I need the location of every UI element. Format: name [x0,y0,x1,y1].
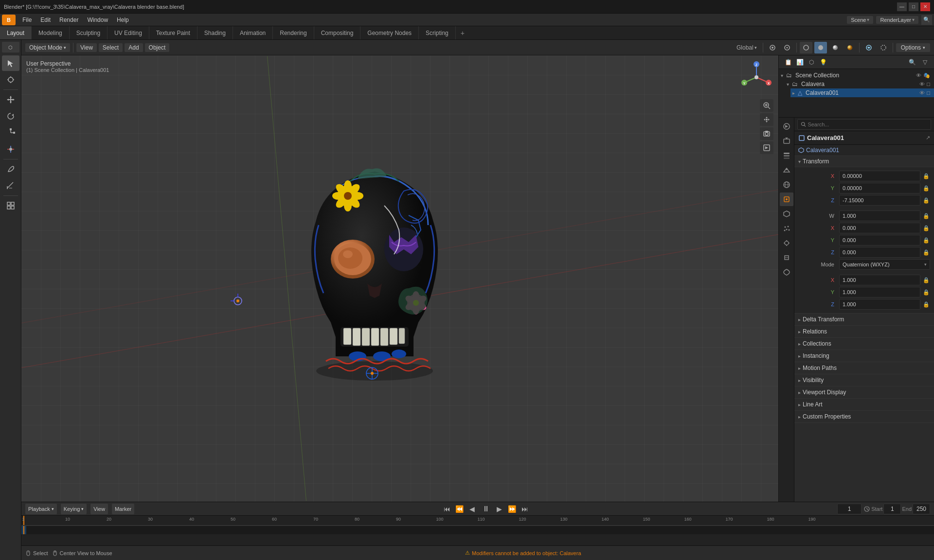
menu-edit[interactable]: Edit [36,16,54,24]
props-view-layer-icon[interactable] [780,149,793,162]
tool-scale[interactable] [2,125,19,140]
scale-x-value[interactable]: 1.000 [839,275,920,285]
jump-to-end-button[interactable]: ⏭ [520,504,530,514]
visibility-header[interactable]: ▸ Visibility [794,374,934,386]
scale-z-value[interactable]: 1.000 [839,299,920,310]
object-mode-button[interactable]: Object Mode ▾ [25,43,70,52]
calavera001-row[interactable]: ▸ △ Calavera001 👁 □ [790,88,934,97]
menu-file[interactable]: File [18,16,36,24]
instancing-header[interactable]: ▸ Instancing [794,350,934,362]
tool-select[interactable] [2,55,19,71]
add-workspace-button[interactable]: + [456,26,469,39]
solid-shading-icon[interactable] [814,42,827,53]
fast-forward-button[interactable]: ⏩ [507,504,518,514]
rotation-z-value[interactable]: 0.000 [839,247,920,258]
props-render-icon[interactable] [780,120,793,133]
calavera-collection-row[interactable]: ▾ 🗂 Calavera 👁 □ [785,80,934,88]
minimize-button[interactable]: — [897,2,907,11]
tab-texture-paint[interactable]: Texture Paint [149,26,198,39]
rotation-z-lock[interactable]: 🔒 [922,249,930,256]
viewport-pan-icon[interactable] [760,113,773,126]
tool-measure[interactable] [2,178,19,193]
viewport-canvas[interactable]: User Perspective (1) Scene Collection | … [21,55,778,502]
props-output-icon[interactable] [780,134,793,148]
tab-uv-editing[interactable]: UV Editing [108,26,149,39]
scale-y-value[interactable]: 1.000 [839,287,920,298]
tool-rotate[interactable] [2,108,19,124]
tab-compositing[interactable]: Compositing [314,26,361,39]
props-world-icon[interactable] [780,178,793,192]
menu-help[interactable]: Help [113,16,133,24]
outliner-filter-icon[interactable]: ▽ [919,57,930,68]
tab-animation[interactable]: Animation [233,26,273,39]
rendered-shading-icon[interactable] [844,42,856,53]
props-object-icon[interactable] [780,192,793,206]
maximize-button[interactable]: □ [909,2,918,11]
props-modifier-icon[interactable] [780,207,793,221]
rotation-y-lock[interactable]: 🔒 [922,237,930,244]
timeline-ruler[interactable]: 1 10 20 30 40 50 60 70 80 90 100 110 120… [21,516,934,525]
object-menu-button[interactable]: Object [145,43,170,52]
snap-icon[interactable] [766,42,779,53]
custom-properties-header[interactable]: ▸ Custom Properties [794,411,934,422]
marker-button[interactable]: Marker [112,504,134,514]
viewport-icon-global[interactable]: Global ▾ [734,42,760,53]
playback-menu-button[interactable]: Playback ▾ [25,504,57,514]
timeline-scrubber[interactable] [21,525,934,534]
menu-render[interactable]: Render [55,16,82,24]
collections-header[interactable]: ▸ Collections [794,338,934,350]
location-y-lock[interactable]: 🔒 [922,185,930,192]
tab-modeling[interactable]: Modeling [32,26,70,39]
rotation-mode-select[interactable]: Quaternion (WXYZ) ▾ [839,259,930,270]
delta-transform-header[interactable]: ▸ Delta Transform [794,314,934,325]
options-button[interactable]: Options ▾ [896,43,930,52]
viewport-display-header[interactable]: ▸ Viewport Display [794,386,934,398]
outliner-search-icon[interactable]: 🔍 [907,57,917,68]
step-back-button[interactable]: ⏪ [454,504,465,514]
location-x-lock[interactable]: 🔒 [922,173,930,179]
close-button[interactable]: ✕ [920,2,930,11]
wireframe-shading-icon[interactable] [800,42,812,53]
end-frame-input[interactable]: 250 [913,504,930,514]
location-z-lock[interactable]: 🔒 [922,197,930,204]
viewport-camera-icon[interactable] [760,127,773,140]
tab-layout[interactable]: Layout [0,26,32,39]
line-art-header[interactable]: ▸ Line Art [794,399,934,410]
rotation-x-value[interactable]: 0.000 [839,223,920,233]
relations-header[interactable]: ▸ Relations [794,326,934,337]
current-frame-input[interactable]: 1 [837,504,862,514]
rotation-y-value[interactable]: 0.000 [839,235,920,245]
render-layer-selector[interactable]: RenderLayer ▾ [876,16,918,24]
jump-to-start-button[interactable]: ⏮ [442,504,452,514]
tab-geometry-nodes[interactable]: Geometry Nodes [360,26,419,39]
keying-menu-button[interactable]: Keying ▾ [61,504,87,514]
tab-scripting[interactable]: Scripting [419,26,456,39]
tool-annotate[interactable] [2,161,19,177]
tool-transform[interactable] [2,141,19,157]
tool-cursor[interactable] [2,72,19,88]
material-preview-icon[interactable] [829,42,842,53]
rotation-w-lock[interactable]: 🔒 [922,213,930,219]
scale-y-lock[interactable]: 🔒 [922,289,930,296]
motion-paths-header[interactable]: ▸ Motion Paths [794,362,934,374]
location-y-value[interactable]: 0.00000 [839,183,920,193]
outliner-icon2[interactable]: 📊 [794,57,805,68]
proportional-edit-icon[interactable] [781,42,793,53]
viewport-mode-icon[interactable]: ⬡ [2,42,19,52]
rotation-w-value[interactable]: 1.000 [839,210,920,221]
menu-window[interactable]: Window [83,16,112,24]
play-back-button[interactable]: ◀ [467,504,478,514]
search-icon[interactable]: 🔍 [921,15,932,25]
props-constraints-icon[interactable] [780,251,793,264]
transform-section-header[interactable]: ▾ Transform [794,156,934,167]
scene-collection-row[interactable]: ▾ 🗂 Scene Collection 👁 🎭 [779,71,934,80]
tab-sculpting[interactable]: Sculpting [70,26,108,39]
start-frame-input[interactable]: 1 [883,504,901,514]
props-particles-icon[interactable] [780,222,793,235]
location-z-value[interactable]: -7.15000 [839,195,920,206]
timeline-view-button[interactable]: View [90,504,108,514]
show-overlays-icon[interactable] [862,42,875,53]
rotation-x-lock[interactable]: 🔒 [922,225,930,231]
scale-z-lock[interactable]: 🔒 [922,301,930,308]
select-menu-button[interactable]: Select [99,43,123,52]
